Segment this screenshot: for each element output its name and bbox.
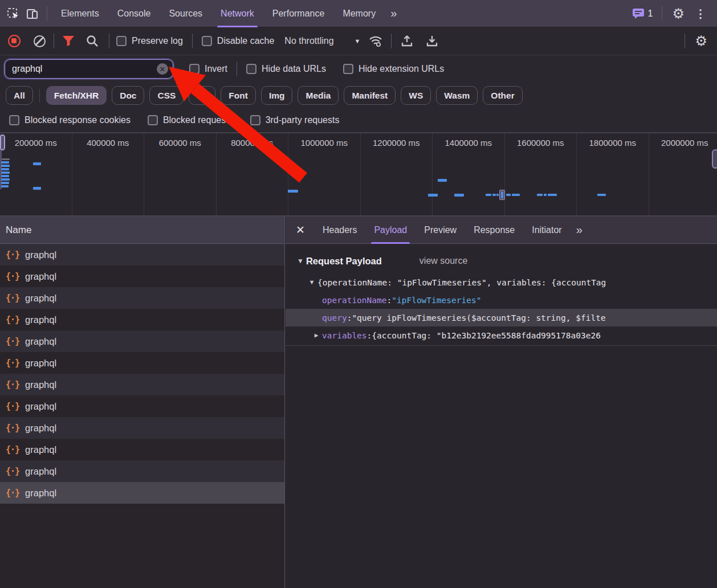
chip-fetch-xhr[interactable]: Fetch/XHR xyxy=(46,86,107,105)
hide-extension-urls-checkbox-group[interactable]: Hide extension URLs xyxy=(343,64,444,74)
payload-row-variables[interactable]: ▶ variables: {accountTag: "b12e3b2192ee5… xyxy=(286,326,717,344)
detail-tab-initiator[interactable]: Initiator xyxy=(523,217,570,244)
tab-performance[interactable]: Performance xyxy=(263,0,334,27)
request-row-graphql[interactable]: {·}graphql xyxy=(0,266,284,287)
timeline-column: 400000 ms xyxy=(72,133,145,217)
tab-console[interactable]: Console xyxy=(108,0,160,27)
search-icon[interactable] xyxy=(83,31,102,51)
chip-doc[interactable]: Doc xyxy=(112,86,144,105)
invert-checkbox[interactable] xyxy=(189,64,199,74)
preserve-log-checkbox[interactable] xyxy=(116,36,127,46)
hide-data-urls-checkbox[interactable] xyxy=(246,64,256,74)
device-toolbar-icon[interactable] xyxy=(23,4,42,23)
request-name-label: graphql xyxy=(25,379,56,390)
clear-network-log-button[interactable] xyxy=(30,31,49,51)
blocked-response-cookies-checkbox[interactable] xyxy=(9,115,19,125)
request-row-graphql[interactable]: {·}graphql xyxy=(0,374,284,395)
timeline-tick-label: 1000000 ms xyxy=(288,138,360,148)
network-conditions-icon[interactable] xyxy=(366,31,385,51)
network-settings-gear-icon[interactable]: ⚙ xyxy=(690,34,712,48)
payload-summary-row[interactable]: ▼ {operationName: "ipFlowTimeseries", va… xyxy=(286,273,717,291)
filter-text-input[interactable] xyxy=(12,64,157,74)
disable-cache-checkbox[interactable] xyxy=(202,36,212,46)
throttling-dropdown[interactable]: No throttling ▼ xyxy=(284,36,360,46)
chip-media[interactable]: Media xyxy=(298,86,339,105)
chip-other[interactable]: Other xyxy=(483,86,522,105)
request-row-graphql[interactable]: {·}graphql xyxy=(0,244,284,266)
name-column-header[interactable]: Name xyxy=(0,217,284,244)
blocked-requests-checkbox[interactable] xyxy=(148,115,158,125)
chip-manifest[interactable]: Manifest xyxy=(344,86,396,105)
payload-row-query[interactable]: query: "query ipFlowTimeseries($accountT… xyxy=(286,309,717,326)
filter-funnel-icon[interactable] xyxy=(59,31,78,51)
timeline-column: 800000 ms xyxy=(217,133,289,217)
export-har-icon[interactable] xyxy=(422,31,442,51)
filter-text-input-box[interactable]: ✕ xyxy=(5,59,173,79)
request-row-graphql[interactable]: {·}graphql xyxy=(0,439,284,460)
devtools-tabbar: Elements Console Sources Network Perform… xyxy=(0,0,717,27)
tree-caret-down-icon[interactable]: ▼ xyxy=(306,279,317,286)
tab-memory[interactable]: Memory xyxy=(333,0,385,27)
request-payload-section[interactable]: ▼ Request Payload view source xyxy=(286,248,717,273)
hide-extension-urls-checkbox[interactable] xyxy=(343,64,353,74)
chip-css[interactable]: CSS xyxy=(149,86,184,105)
hide-data-urls-checkbox-group[interactable]: Hide data URLs xyxy=(246,64,326,74)
network-toolbar: Preserve log Disable cache No throttling… xyxy=(0,27,717,55)
kebab-menu-icon[interactable]: ⋮ xyxy=(690,8,711,19)
tab-network[interactable]: Network xyxy=(211,0,263,27)
request-row-graphql[interactable]: {·}graphql xyxy=(0,482,284,504)
chip-js[interactable]: JS xyxy=(189,86,215,105)
inspect-element-icon[interactable] xyxy=(3,4,23,23)
timeline-tick-label: 1200000 ms xyxy=(361,138,433,148)
request-row-graphql[interactable]: {·}graphql xyxy=(0,417,284,439)
blocked-requests-group[interactable]: Blocked requests xyxy=(148,115,233,125)
waterfall-bar xyxy=(486,194,491,196)
request-row-graphql[interactable]: {·}graphql xyxy=(0,287,284,309)
payload-key: operationName xyxy=(322,296,387,305)
payload-row-operation-name[interactable]: operationName: "ipFlowTimeseries" xyxy=(286,291,717,309)
divider xyxy=(391,34,392,48)
detail-more-tabs-icon[interactable]: » xyxy=(571,223,587,236)
third-party-requests-group[interactable]: 3rd-party requests xyxy=(250,115,340,125)
third-party-requests-checkbox[interactable] xyxy=(250,115,260,125)
more-tabs-icon[interactable]: » xyxy=(385,7,401,20)
network-overview-timeline[interactable]: 200000 ms400000 ms600000 ms800000 ms1000… xyxy=(0,132,717,217)
divider xyxy=(39,89,40,103)
preserve-log-checkbox-group[interactable]: Preserve log xyxy=(116,36,183,46)
chip-font[interactable]: Font xyxy=(221,86,256,105)
fetch-xhr-icon: {·} xyxy=(6,271,19,281)
section-caret-down-icon[interactable]: ▼ xyxy=(297,257,304,265)
blocked-response-cookies-label: Blocked response cookies xyxy=(25,115,131,125)
colon: : xyxy=(367,331,372,340)
chip-all[interactable]: All xyxy=(6,86,33,105)
settings-gear-icon[interactable]: ⚙ xyxy=(667,7,690,21)
tree-caret-right-icon[interactable]: ▶ xyxy=(311,332,322,339)
import-har-icon[interactable] xyxy=(397,31,417,51)
request-row-graphql[interactable]: {·}graphql xyxy=(0,395,284,417)
request-row-graphql[interactable]: {·}graphql xyxy=(0,309,284,330)
tab-elements[interactable]: Elements xyxy=(52,0,108,27)
disable-cache-checkbox-group[interactable]: Disable cache xyxy=(202,36,275,46)
view-source-link[interactable]: view source xyxy=(419,256,467,266)
detail-tab-response[interactable]: Response xyxy=(465,217,523,244)
divider xyxy=(54,34,54,48)
blocked-response-cookies-group[interactable]: Blocked response cookies xyxy=(9,115,131,125)
request-row-graphql[interactable]: {·}graphql xyxy=(0,330,284,352)
close-detail-icon[interactable]: ✕ xyxy=(286,223,314,236)
clear-filter-icon[interactable]: ✕ xyxy=(157,63,168,75)
detail-tab-payload[interactable]: Payload xyxy=(365,217,415,244)
tab-sources[interactable]: Sources xyxy=(160,0,211,27)
chip-wasm[interactable]: Wasm xyxy=(436,86,478,105)
invert-checkbox-group[interactable]: Invert xyxy=(189,64,227,74)
issues-button[interactable]: 1 xyxy=(628,8,658,19)
chip-ws[interactable]: WS xyxy=(401,86,431,105)
request-name-label: graphql xyxy=(25,466,56,477)
detail-tab-headers[interactable]: Headers xyxy=(314,217,365,244)
request-row-graphql[interactable]: {·}graphql xyxy=(0,460,284,482)
chip-img[interactable]: Img xyxy=(261,86,293,105)
record-button[interactable] xyxy=(5,31,24,51)
timeline-tick-label: 1800000 ms xyxy=(577,138,649,148)
request-row-graphql[interactable]: {·}graphql xyxy=(0,352,284,374)
fetch-xhr-icon: {·} xyxy=(6,401,19,411)
detail-tab-preview[interactable]: Preview xyxy=(415,217,465,244)
